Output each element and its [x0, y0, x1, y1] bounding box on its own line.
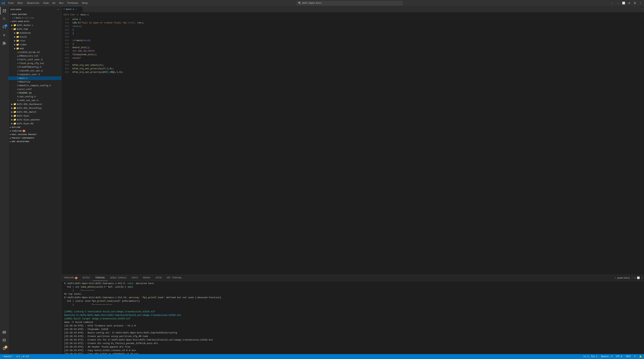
source-control-activity-icon[interactable]: 2	[0, 23, 8, 31]
editor-panel-container: 448 449 450 451 452 453 454 455 456 457 …	[62, 17, 644, 354]
folder-aipi-cam[interactable]: ▾ 📂 AiPi-Cam	[8, 27, 61, 31]
folder-rtos[interactable]: ▶ 📁 rtos	[8, 39, 61, 43]
split-editor-icon[interactable]: ⊟	[627, 1, 631, 5]
add-terminal-icon[interactable]: +	[632, 277, 633, 279]
status-left: ⑂ master* ⊗ 2 △ 0 ℹ 0	[2, 355, 30, 358]
open-editors-toggle[interactable]: ⋯	[640, 6, 644, 12]
breadcrumb-part-1[interactable]: AiPi-Cam	[64, 13, 74, 16]
file-flash-prog[interactable]: ⚙ flash_prog_cfg.ini	[8, 61, 61, 65]
close-editor-icon[interactable]: ✕	[12, 17, 13, 19]
aipi-open-kits-section[interactable]: ▾ AIPI-OPEN-KITS	[8, 20, 61, 23]
folder-aipi-dsl-musicplay[interactable]: ▶ 📁 AiPi-DSL_MusicPlay	[8, 106, 61, 110]
file-mbedtls[interactable]: h mbedtls_sample_config.h	[8, 84, 61, 87]
file-freertos[interactable]: h FreeRTOSConfig.h	[8, 65, 61, 69]
folder-aipi-audio[interactable]: ▶ 📁 AiPi-Audio ●	[8, 23, 61, 27]
project-components-section[interactable]: ▶ PROJECT COMPONENTS	[8, 136, 61, 140]
subfolder-name: bl616vtb	[20, 32, 31, 34]
nav-forward[interactable]: →	[616, 1, 620, 5]
file-cmakelists[interactable]: ▲ CMakeLists.txt	[8, 54, 61, 58]
menu-file[interactable]: File	[6, 1, 15, 5]
folder-build[interactable]: ▶ 📁 build	[8, 35, 61, 39]
panel-tab-debug-console[interactable]: DEBUG CONSOLE	[108, 275, 129, 281]
file-usbh-uvc[interactable]: h usbh_uvc_uac.h	[8, 99, 61, 102]
outline-label: OUTLINE	[12, 126, 21, 128]
folder-aipi-dsl-watch[interactable]: ▶ 📁 AiPi-DSL_Watch	[8, 110, 61, 114]
file-fatfs[interactable]: h fatfs_conf_user.h	[8, 58, 61, 61]
folder-video[interactable]: ▶ 📁 video	[8, 43, 61, 46]
open-editor-main-c[interactable]: ✕ C main.c AiPi-Cam	[8, 16, 61, 20]
folder-aipi-eyes-weather[interactable]: ▶ 📁 AiPi-Eyes_weather	[8, 118, 61, 122]
more-options-icon[interactable]: ⋯	[58, 8, 59, 11]
extensions-activity-icon[interactable]	[0, 39, 8, 47]
file-bl616-psram[interactable]: LD bl616_psram.ld	[8, 50, 61, 54]
layout-icon[interactable]: ☰	[633, 1, 637, 5]
open-editors-section[interactable]: ▾ OPEN EDITORS	[8, 13, 61, 16]
panel-layout-icon[interactable]: ⬜	[622, 1, 626, 5]
terminal-content[interactable]: E:\AiPi\AiPi-Open-Kits\AiPi-Cam\main.c:4…	[62, 281, 644, 354]
tab-close-icon[interactable]: ✕	[76, 8, 77, 10]
customize-layout-icon[interactable]: ⋮	[638, 1, 642, 5]
file-main-c[interactable]: C main.c	[8, 76, 61, 80]
accounts-icon[interactable]	[0, 337, 8, 344]
branch-indicator[interactable]: ⑂ master*	[2, 355, 14, 358]
menu-go[interactable]: Go	[51, 1, 57, 5]
breadcrumb-part-2[interactable]: C main.c	[77, 13, 89, 16]
position-indicator[interactable]: Ln 1, Col 1	[583, 355, 598, 358]
spaces-indicator[interactable]: Spaces: 4	[600, 355, 613, 358]
file-usb-config[interactable]: h usb_config.h	[8, 95, 61, 99]
folder-aipi-eyes-du[interactable]: ▶ 📁 AiPi-Eyes-DU	[8, 122, 61, 126]
folder-bl616vtb[interactable]: ▶ 📁 bl616vtb	[8, 31, 61, 35]
run-debug-activity-icon[interactable]	[0, 31, 8, 39]
terminal-layout-icon[interactable]: ⬜	[637, 277, 640, 279]
code-editor[interactable]: 448 449 450 451 452 453 454 455 456 457 …	[62, 17, 644, 275]
encoding-indicator[interactable]: UTF-8	[615, 355, 623, 358]
split-terminal-icon[interactable]: ⊟	[634, 277, 636, 279]
file-lwipopts[interactable]: h lwipopts_user.h	[8, 73, 61, 76]
open-editors-label: OPEN EDITORS	[12, 13, 27, 15]
settings-activity-icon[interactable]: 1	[0, 345, 8, 352]
remote-explorer-activity-icon[interactable]	[0, 328, 8, 336]
panel-tab-nrf-terminal[interactable]: NRF TERMINAL	[164, 275, 184, 281]
code-line-451: }	[72, 28, 631, 32]
file-libusbh[interactable]: a libusbh_uvc_uac.a	[8, 69, 61, 73]
scrollbar-right[interactable]	[642, 17, 644, 275]
keil-section[interactable]: ▶ KEIL UVISION PROJECT	[8, 133, 61, 136]
file-makefile[interactable]: M Makefile	[8, 80, 61, 84]
folder-name: AiPi-Eyes_weather	[17, 118, 40, 121]
folder-aipi-dsl-dashboard[interactable]: ▶ 📁 AiPi-DSL_Dashboard	[8, 102, 61, 106]
menu-selection[interactable]: Selection	[25, 1, 41, 5]
panel-tab-ports[interactable]: PORTS	[129, 275, 140, 281]
timeline-section[interactable]: ▶ TIMELINE 1	[8, 129, 61, 133]
folder-web[interactable]: ▶ 📁 web	[8, 46, 61, 50]
notifications-icon[interactable]: 🔔	[638, 355, 642, 358]
search-area: 🔍 AiPi-Open-Kits	[90, 1, 610, 5]
close-panel-icon[interactable]: ✕	[641, 277, 642, 279]
panel-tab-xrtos[interactable]: XRTOS	[153, 275, 164, 281]
nrf-devicetree-section[interactable]: ▶ NRF DEVICETREE	[8, 140, 61, 143]
menu-view[interactable]: View	[42, 1, 50, 5]
menu-terminal[interactable]: Terminal	[66, 1, 80, 5]
panel-tab-memory[interactable]: MEMORY	[140, 275, 153, 281]
file-readme[interactable]: M README.md	[8, 91, 61, 95]
panel-tab-problems[interactable]: PROBLEMS 2	[62, 275, 80, 281]
menu-edit[interactable]: Edit	[16, 1, 25, 5]
menu-help[interactable]: Help	[80, 1, 89, 5]
explorer-activity-icon[interactable]	[0, 7, 8, 15]
info-icon: ℹ	[26, 355, 27, 358]
h-icon: h	[17, 99, 18, 102]
eol-indicator[interactable]: CRLF	[625, 355, 632, 358]
menu-run[interactable]: Run	[57, 1, 65, 5]
errors-indicator[interactable]: ⊗ 2 △ 0 ℹ 0	[16, 355, 29, 358]
folder-chevron: ▶	[11, 111, 13, 113]
language-indicator[interactable]: C	[634, 355, 636, 358]
search-activity-icon[interactable]	[0, 15, 8, 23]
panel-tab-output[interactable]: OUTPUT	[80, 275, 93, 281]
folder-aipi-eyes[interactable]: ▶ 📁 AiPi-Eyes	[8, 114, 61, 118]
nav-back[interactable]: ←	[610, 1, 614, 5]
outline-section[interactable]: ▶ OUTLINE	[8, 126, 61, 129]
file-name: FreeRTOSConfig.h	[19, 66, 41, 68]
file-proj-conf[interactable]: ⚙ proj.conf	[8, 87, 61, 91]
panel-tab-terminal[interactable]: TERMINAL	[93, 275, 108, 281]
tab-main-c[interactable]: C main.c ✕	[62, 6, 82, 12]
search-box[interactable]: 🔍 AiPi-Open-Kits	[297, 1, 403, 5]
